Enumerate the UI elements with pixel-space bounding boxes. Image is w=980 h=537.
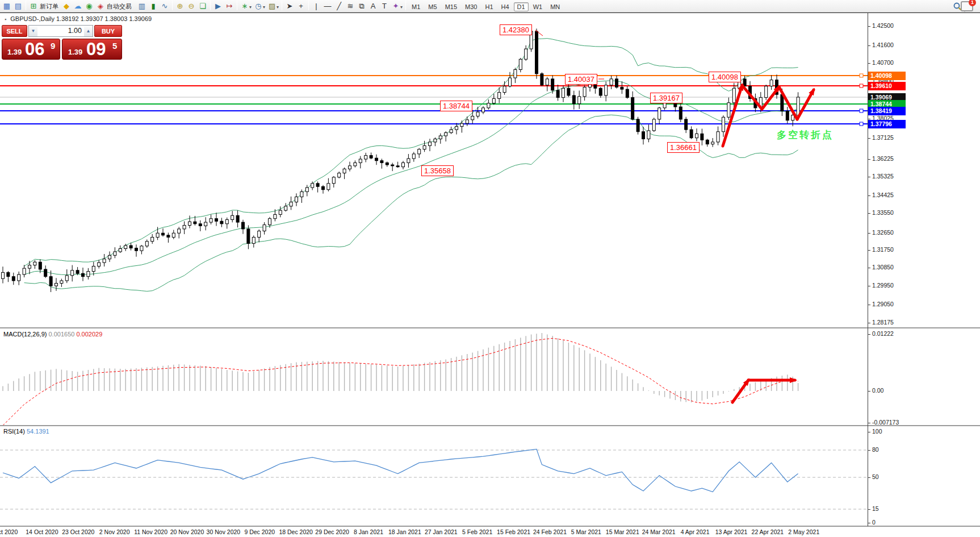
- signal-icon[interactable]: ◉: [83, 1, 95, 11]
- y-tick-label: 1.33550: [872, 209, 912, 216]
- bar-chart-icon[interactable]: ▥: [136, 1, 148, 11]
- chart-shift-icon[interactable]: ↦: [224, 1, 235, 11]
- candle-body: [87, 272, 90, 277]
- new-order-label[interactable]: 新订单: [40, 3, 58, 10]
- rsi-pane[interactable]: [0, 427, 868, 526]
- line-chart-icon[interactable]: ∿: [159, 1, 170, 11]
- eraser-icon[interactable]: ◆: [61, 1, 72, 11]
- pane-separator[interactable]: [0, 327, 980, 329]
- macd-pane[interactable]: [0, 330, 868, 425]
- dropdown-caret-icon[interactable]: ▾: [400, 5, 403, 10]
- trend-arrow-segment[interactable]: [732, 380, 748, 402]
- candle-body: [349, 166, 351, 169]
- candle-body: [332, 177, 335, 184]
- dropdown-caret-icon[interactable]: ▾: [277, 5, 279, 10]
- tick-chart-icon[interactable]: ▤: [12, 1, 24, 11]
- candle-body: [514, 69, 517, 78]
- line-handle[interactable]: [860, 122, 863, 126]
- volume-input[interactable]: 1.00: [37, 26, 84, 36]
- toolbar-separator: [210, 1, 211, 10]
- y-tick-label: 1.41600: [872, 41, 912, 48]
- timeframe-M30[interactable]: M30: [462, 2, 480, 11]
- candle-body: [284, 206, 287, 210]
- timeframe-MN[interactable]: MN: [547, 2, 563, 11]
- cursor-icon[interactable]: ➤: [284, 1, 295, 11]
- candle-body: [567, 88, 570, 95]
- zoom-in-icon[interactable]: ⊕: [174, 1, 186, 11]
- price-annotation-1.35658[interactable]: 1.35658: [421, 165, 454, 176]
- candle-body: [717, 132, 719, 142]
- price-annotation-1.39167[interactable]: 1.39167: [650, 93, 682, 103]
- buy-button[interactable]: BUY: [94, 25, 122, 37]
- toolbar-separator: [308, 1, 309, 10]
- terminal-icon[interactable]: ☁: [72, 1, 83, 11]
- tile-windows-icon[interactable]: ❏: [197, 1, 208, 11]
- crosshair-icon[interactable]: +: [295, 1, 307, 11]
- fibonacci-icon[interactable]: ≋: [345, 1, 356, 11]
- candle-body: [33, 262, 36, 265]
- price-annotation-1.36661[interactable]: 1.36661: [667, 142, 700, 153]
- candle-body: [471, 116, 474, 119]
- x-date-label[interactable]: 2 May 2021: [780, 528, 828, 535]
- candle-body: [252, 237, 255, 243]
- dropdown-caret-icon[interactable]: ▾: [249, 5, 252, 10]
- volume-stepper[interactable]: ▼ 1.00 ▲: [28, 25, 93, 37]
- candle-body: [509, 78, 512, 86]
- volume-up-button[interactable]: ▲: [84, 26, 93, 36]
- candle-body: [647, 131, 650, 139]
- chat-icon[interactable]: 1: [961, 1, 973, 11]
- zoom-out-icon[interactable]: ⊖: [186, 1, 197, 11]
- candle-body: [445, 133, 447, 136]
- candle-body: [220, 221, 223, 224]
- new-order-icon[interactable]: ⊞: [28, 1, 39, 11]
- timeframe-D1[interactable]: D1: [514, 2, 529, 11]
- auto-scroll-icon[interactable]: ▶: [212, 1, 224, 11]
- autotrade-icon[interactable]: ◈: [95, 1, 106, 11]
- candle-body: [354, 163, 357, 165]
- price-annotation-1.42380[interactable]: 1.42380: [500, 24, 532, 35]
- line-handle[interactable]: [860, 74, 863, 77]
- timeframe-W1[interactable]: W1: [530, 2, 546, 11]
- indicators-icon[interactable]: ∗: [239, 1, 250, 11]
- rsi-tick-mark: [868, 523, 870, 523]
- timeframe-M15[interactable]: M15: [442, 2, 460, 11]
- trendline-icon[interactable]: ╱: [333, 1, 345, 11]
- candle-body: [327, 184, 330, 190]
- timeframe-H4[interactable]: H4: [498, 2, 513, 11]
- price-annotation-1.40098[interactable]: 1.40098: [709, 72, 741, 82]
- line-handle[interactable]: [860, 109, 863, 113]
- hline-icon[interactable]: —: [322, 1, 333, 11]
- sell-button[interactable]: SELL: [2, 25, 27, 37]
- candle-body: [151, 237, 154, 241]
- dropdown-caret-icon[interactable]: ▾: [263, 5, 265, 10]
- candle-chart-icon[interactable]: ▮: [148, 1, 159, 11]
- sell-price-button[interactable]: 1.39 06 9: [2, 39, 60, 60]
- label-icon[interactable]: T: [379, 1, 390, 11]
- candle-body: [290, 202, 292, 206]
- toolbar-separator: [237, 1, 237, 10]
- price-annotation-1.38744[interactable]: 1.38744: [440, 101, 472, 111]
- timeframe-M1[interactable]: M1: [408, 2, 424, 11]
- buy-price-button[interactable]: 1.39 09 5: [62, 39, 122, 60]
- candle-body: [380, 161, 383, 163]
- text-icon[interactable]: A: [367, 1, 379, 11]
- vline-icon[interactable]: |: [311, 1, 322, 11]
- price-annotation-1.40037[interactable]: 1.40037: [565, 74, 597, 85]
- timeframe-M5[interactable]: M5: [425, 2, 440, 11]
- y-tick-label: 1.32650: [872, 229, 912, 236]
- turning-point-annotation[interactable]: 多空转折点: [777, 128, 834, 141]
- candle-body: [44, 269, 47, 277]
- volume-down-button[interactable]: ▼: [29, 26, 37, 36]
- candle-body: [145, 242, 148, 246]
- line-handle[interactable]: [860, 84, 863, 88]
- candle-body: [770, 80, 773, 86]
- y-tick-mark: [868, 268, 870, 268]
- timeframe-H1[interactable]: H1: [481, 2, 496, 11]
- chart-window-icon[interactable]: ▦: [1, 1, 12, 11]
- candle-body: [28, 265, 31, 268]
- chart-title: ▪ GBPUSD-,Daily 1.38192 1.39307 1.38003 …: [5, 15, 152, 22]
- grid-icon[interactable]: ⧉: [356, 1, 367, 11]
- price-line-tag-1.40098: 1.40098: [868, 72, 906, 80]
- auto-trading-label[interactable]: 自动交易: [107, 3, 132, 10]
- pane-separator[interactable]: [0, 425, 980, 427]
